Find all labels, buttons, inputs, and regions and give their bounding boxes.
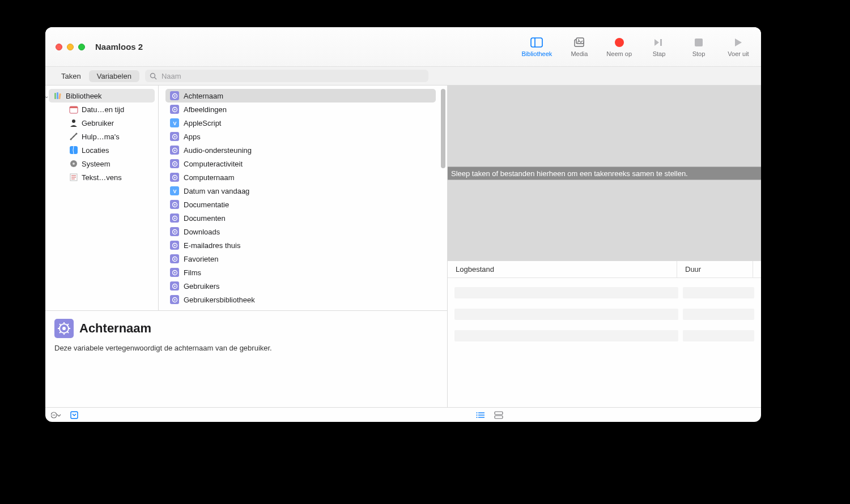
minimize-button[interactable] <box>67 44 74 50</box>
variable-label: Computernaam <box>184 173 235 182</box>
variable-label: AppleScript <box>184 119 221 127</box>
category-system[interactable]: Systeem <box>49 157 155 170</box>
log-header: Logbestand Duur <box>448 261 761 278</box>
category-locations[interactable]: Locaties <box>49 143 155 157</box>
variable-gear-icon <box>170 254 179 263</box>
log-view-rows[interactable] <box>494 410 504 420</box>
variable-v-icon: V <box>170 118 179 127</box>
variable-item[interactable]: Gebruikers <box>165 279 436 293</box>
variable-item[interactable]: Computernaam <box>165 170 436 184</box>
variable-item[interactable]: Downloads <box>165 225 436 238</box>
step-icon <box>653 37 665 48</box>
close-button[interactable] <box>56 44 62 50</box>
variable-item[interactable]: Apps <box>165 130 436 143</box>
svg-point-19 <box>73 163 75 165</box>
svg-rect-6 <box>695 39 703 46</box>
gear-icon <box>69 159 78 168</box>
category-utilities[interactable]: Hulp…ma's <box>49 130 155 143</box>
variable-item[interactable]: E-mailadres thuis <box>165 238 436 252</box>
category-datetime[interactable]: Datu…en tijd <box>49 102 155 116</box>
finder-icon <box>69 146 78 155</box>
tab-tasks[interactable]: Taken <box>53 70 89 82</box>
svg-line-63 <box>60 331 61 333</box>
variable-item[interactable]: Documenten <box>165 211 436 225</box>
stop-button[interactable]: Stop <box>686 37 711 57</box>
variable-label: Datum van vandaag <box>184 187 249 195</box>
variable-item[interactable]: VDatum van vandaag <box>165 184 436 198</box>
tab-variables[interactable]: Variabelen <box>89 70 139 82</box>
variable-gear-icon <box>170 227 179 236</box>
status-bar <box>45 407 761 422</box>
library-button[interactable]: Bibliotheek <box>522 37 552 57</box>
variable-item[interactable]: Gebruikersbibliotheek <box>165 293 436 306</box>
svg-rect-75 <box>495 412 503 415</box>
variable-label: Gebruikersbibliotheek <box>184 296 255 304</box>
description-toggle[interactable] <box>69 410 79 420</box>
svg-point-43 <box>174 231 176 233</box>
svg-rect-13 <box>70 106 78 108</box>
svg-rect-5 <box>660 39 662 46</box>
scrollbar-thumb[interactable] <box>441 89 445 168</box>
sidebar-icon <box>530 37 543 48</box>
variable-gear-icon <box>170 295 179 304</box>
svg-point-55 <box>62 327 66 330</box>
record-button[interactable]: Neem op <box>606 37 632 57</box>
variable-v-icon: V <box>170 186 179 195</box>
media-button[interactable]: Media <box>567 37 592 57</box>
variable-gear-icon <box>170 105 179 114</box>
options-menu[interactable] <box>51 410 61 420</box>
variable-gear-icon <box>170 91 179 100</box>
category-user[interactable]: Gebruiker <box>49 116 155 130</box>
variable-gear-icon <box>170 241 179 250</box>
variable-label: Achternaam <box>184 92 223 100</box>
library-bar: Taken Variabelen <box>45 67 761 86</box>
variable-item[interactable]: Favorieten <box>165 252 436 266</box>
category-text[interactable]: Tekst…vens <box>49 170 155 184</box>
variable-gear-icon <box>170 146 179 155</box>
play-icon <box>732 37 745 48</box>
drop-hint: Sleep taken of bestanden hierheen om een… <box>448 166 761 180</box>
variable-item[interactable]: Documentatie <box>165 198 436 211</box>
run-button[interactable]: Voer uit <box>726 37 751 57</box>
variable-item[interactable]: VAppleScript <box>165 116 436 130</box>
svg-point-15 <box>70 139 72 140</box>
step-button[interactable]: Stap <box>647 37 672 57</box>
variable-item[interactable]: Computeractiviteit <box>165 157 436 170</box>
search-input[interactable] <box>160 71 424 81</box>
svg-point-51 <box>174 285 176 287</box>
svg-point-16 <box>76 133 78 135</box>
svg-point-49 <box>174 272 176 274</box>
media-icon <box>573 37 585 48</box>
zoom-button[interactable] <box>78 44 85 50</box>
variable-item[interactable]: Audio-ondersteuning <box>165 143 436 157</box>
svg-point-25 <box>174 95 176 97</box>
svg-rect-0 <box>531 38 542 47</box>
log-row <box>454 309 754 320</box>
variable-list[interactable]: AchternaamAfbeeldingenVAppleScriptAppsAu… <box>159 86 447 310</box>
variable-item[interactable]: Films <box>165 266 436 279</box>
variable-label: Afbeeldingen <box>184 105 227 114</box>
workflow-canvas[interactable]: Sleep taken of bestanden hierheen om een… <box>448 86 761 260</box>
svg-text:V: V <box>173 121 176 126</box>
log-col-duration[interactable]: Duur <box>677 261 753 277</box>
svg-line-62 <box>67 324 69 326</box>
log-view-list[interactable] <box>475 410 486 420</box>
category-tree[interactable]: ⌄ Bibliotheek Datu…en tijd <box>45 86 159 310</box>
variable-item[interactable]: Afbeeldingen <box>165 102 436 116</box>
svg-rect-11 <box>58 93 61 99</box>
log-col-file[interactable]: Logbestand <box>448 261 677 277</box>
variable-label: Gebruikers <box>184 282 220 291</box>
category-label: Systeem <box>82 160 110 168</box>
log-body <box>448 278 761 407</box>
record-icon <box>613 37 626 48</box>
svg-point-73 <box>477 415 478 416</box>
search-icon <box>150 72 157 80</box>
svg-point-47 <box>174 258 176 260</box>
variable-label: Apps <box>184 133 201 141</box>
category-library[interactable]: ⌄ Bibliotheek <box>49 89 155 102</box>
variable-item[interactable]: Achternaam <box>165 89 436 102</box>
search-field[interactable] <box>145 70 428 82</box>
variable-gear-icon <box>170 159 179 168</box>
disclosure-triangle-icon[interactable]: ⌄ <box>45 93 49 99</box>
svg-rect-9 <box>54 93 56 99</box>
